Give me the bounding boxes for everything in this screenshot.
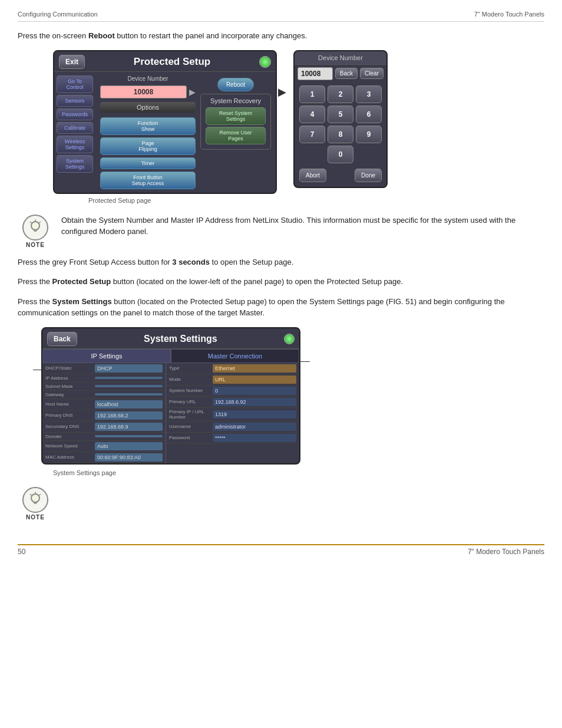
intro-paragraph: Press the on-screen Reboot button to res… — [18, 30, 544, 42]
system-settings-panel: Back System Settings IP Settings Master … — [41, 327, 300, 465]
sidebar-btn-calibrate[interactable]: Calibrate — [57, 122, 93, 134]
dn-key-7[interactable]: 7 — [299, 126, 325, 143]
sidebar-btn-goto-control[interactable]: Go ToControl — [57, 75, 93, 93]
dhcp-label: DHCP/Static — [45, 365, 92, 371]
ss-field-username: Username administrator — [166, 421, 299, 433]
note1-text: Obtain the System Number and Master IP A… — [61, 215, 544, 238]
dn-keypad: 1 2 3 4 5 6 7 8 9 0 — [295, 83, 386, 166]
dn-back-btn[interactable]: Back — [335, 68, 358, 79]
bulb-svg — [27, 219, 44, 236]
mode-value: URL — [213, 375, 296, 384]
ss-field-primary-url: Primary URL 192.168.6.92 — [166, 397, 299, 408]
dn-key-4[interactable]: 4 — [299, 106, 325, 123]
body3-pre: Press the — [18, 277, 52, 286]
dn-key-8[interactable]: 8 — [328, 126, 353, 143]
dn-key-3[interactable]: 3 — [356, 85, 382, 103]
figure2-caption: System Settings page — [53, 469, 544, 476]
ss-field-primary-dns: Primary DNS 192.168.68.2 — [42, 410, 166, 421]
protected-setup-panel: Exit Protected Setup Go ToControl Sensor… — [53, 50, 277, 194]
device-number-input[interactable]: 10008 — [100, 85, 187, 98]
reset-system-settings-btn[interactable]: Reset SystemSettings — [206, 107, 266, 125]
primary-dns-value: 192.168.68.2 — [95, 411, 163, 420]
ss-field-type: Type Ethernet — [166, 363, 299, 374]
sidebar-btn-sensors[interactable]: Sensors — [57, 95, 93, 107]
figure1-caption: Protected Setup page — [88, 197, 544, 204]
ss-field-network-speed: Network Speed Auto — [42, 441, 166, 452]
ps-col-left: Device Number 10008 ▶ Options FunctionSh… — [100, 75, 196, 189]
remove-user-pages-btn[interactable]: Remove UserPages — [206, 127, 266, 144]
intro-rest: button to restart the panel and incorpor… — [115, 31, 308, 40]
ss-field-ip: IP Address — [42, 374, 166, 383]
system-number-label: System Number — [169, 388, 210, 393]
sidebar-btn-passwords[interactable]: Passwords — [57, 108, 93, 120]
dn-done-btn[interactable]: Done — [355, 169, 382, 182]
arrow-icon: ▶ — [189, 87, 196, 97]
hostname-value: localhost — [95, 400, 163, 409]
footer-product: 7" Modero Touch Panels — [468, 548, 544, 556]
primary-url-value: 192.168.6.92 — [213, 398, 296, 406]
ss-field-primary-port: Primary IP / URL Number 1319 — [166, 408, 299, 421]
body4-bold1: System Settings — [52, 297, 112, 306]
note-block-2: NOTE — [18, 487, 544, 521]
subnet-label: Subnet Mask — [45, 384, 92, 389]
hostname-label: Host Name — [45, 401, 92, 407]
svg-line-3 — [39, 222, 41, 223]
dn-key-6[interactable]: 6 — [356, 106, 382, 123]
ss-field-domain: Domain — [42, 433, 166, 441]
device-number-label: Device Number — [100, 75, 196, 82]
device-number-panel: Device Number 10008 Back Clear 1 2 3 4 5… — [293, 50, 388, 188]
top-bar: Configuring Communication 7" Modero Touc… — [18, 11, 544, 22]
ps-main: Device Number 10008 ▶ Options FunctionSh… — [95, 72, 276, 193]
ss-field-mac: MAC Address 00:60:9F:90:83:A0 — [42, 452, 166, 463]
svg-line-2 — [31, 222, 32, 223]
domain-label: Domain — [45, 434, 92, 439]
dn-key-2[interactable]: 2 — [328, 85, 353, 103]
svg-line-6 — [31, 494, 32, 495]
dhcp-value: DHCP — [95, 364, 163, 373]
page-flipping-btn[interactable]: PageFlipping — [100, 137, 196, 155]
timer-btn[interactable]: Timer — [100, 157, 196, 169]
dn-bottom-row: Abort Done — [295, 166, 386, 187]
body4-paragraph: Press the System Settings button (locate… — [18, 296, 544, 319]
dn-abort-btn[interactable]: Abort — [299, 169, 326, 182]
tab-ip-settings[interactable]: IP Settings — [42, 349, 171, 363]
dn-key-9[interactable]: 9 — [356, 126, 382, 143]
ps-body: Go ToControl Sensors Passwords Calibrate… — [54, 72, 276, 193]
ss-field-dhcp: DHCP/Static DHCP — [42, 363, 166, 374]
system-number-value: 0 — [213, 387, 296, 395]
reboot-btn[interactable]: Reboot — [217, 78, 254, 91]
dn-key-0[interactable]: 0 — [328, 146, 353, 163]
sidebar-btn-wireless[interactable]: WirelessSettings — [57, 136, 93, 153]
ps-status-icon — [259, 56, 271, 68]
body2-bold: 3 seconds — [172, 258, 210, 266]
ss-status-icon — [284, 334, 295, 344]
exit-button[interactable]: Exit — [59, 55, 85, 69]
product-title-top: 7" Modero Touch Panels — [474, 11, 544, 18]
system-settings-figure: Back System Settings IP Settings Master … — [41, 327, 544, 466]
section-title: Configuring Communication — [18, 11, 98, 18]
ss-field-secondary-dns: Secondary DNS 192.168.68.9 — [42, 421, 166, 433]
function-show-btn[interactable]: FunctionShow — [100, 117, 196, 135]
password-value: ***** — [213, 434, 296, 442]
dn-clear-btn[interactable]: Clear — [360, 68, 384, 79]
body3-mid: button (located on the lower-left of the… — [111, 277, 403, 286]
primary-port-value: 1319 — [213, 410, 296, 419]
dn-key-1[interactable]: 1 — [299, 85, 325, 103]
username-label: Username — [169, 424, 210, 429]
front-button-setup-btn[interactable]: Front ButtonSetup Access — [100, 172, 196, 189]
ss-back-btn[interactable]: Back — [47, 332, 77, 346]
note-icon-1: NOTE — [18, 215, 53, 248]
arrow-connector: ▶ — [277, 85, 287, 98]
ps-header: Exit Protected Setup — [54, 51, 276, 72]
tab-master-connection[interactable]: Master Connection — [171, 349, 299, 363]
password-label: Password — [169, 435, 210, 440]
ps-title: Protected Setup — [90, 56, 254, 68]
dn-display: 10008 — [297, 67, 333, 80]
callout-line-left — [33, 370, 41, 370]
ss-field-subnet: Subnet Mask — [42, 383, 166, 391]
body2-pre: Press the grey Front Setup Access button… — [18, 258, 172, 266]
sidebar-btn-system[interactable]: SystemSettings — [57, 155, 93, 173]
ss-master-fields: Type Ethernet Mode URL System Number 0 — [166, 363, 299, 463]
dn-key-5[interactable]: 5 — [328, 106, 353, 123]
username-value: administrator — [213, 423, 296, 431]
